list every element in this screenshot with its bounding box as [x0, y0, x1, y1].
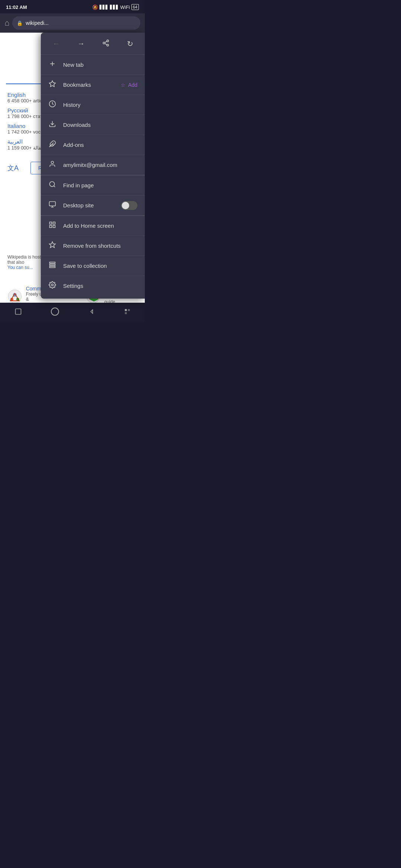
- add-star-icon: ☆: [121, 82, 125, 88]
- signal-icon-2: ▋▋▋: [110, 5, 119, 10]
- nav-circle-icon: [50, 307, 59, 316]
- svg-point-15: [107, 40, 108, 42]
- nav-back-icon: [88, 308, 95, 315]
- svg-point-16: [103, 42, 105, 44]
- settings-label: Settings: [63, 283, 137, 289]
- account-label: amylimitx@gmail.com: [63, 162, 137, 168]
- account-icon: [48, 160, 56, 170]
- svg-point-17: [107, 44, 108, 46]
- bookmarks-label: Bookmarks: [63, 82, 114, 88]
- address-bar[interactable]: wikipedi...: [12, 16, 140, 30]
- svg-point-27: [51, 161, 54, 164]
- commons-logo: [7, 289, 22, 304]
- plus-icon: [48, 60, 56, 69]
- lock-icon: [17, 20, 23, 26]
- svg-point-9: [10, 298, 13, 301]
- menu-item-desktop[interactable]: Desktop site: [41, 195, 145, 216]
- share-icon: [102, 39, 110, 47]
- dropdown-menu: ← → ↻ New tab Bookmarks: [41, 33, 145, 299]
- reload-icon: ↻: [127, 40, 133, 48]
- menu-item-collection[interactable]: Save to collection: [41, 256, 145, 276]
- mute-icon: 🔕: [92, 4, 98, 10]
- svg-line-29: [54, 186, 55, 187]
- nav-bar: [0, 303, 145, 322]
- menu-item-settings[interactable]: Settings: [41, 276, 145, 296]
- reload-button[interactable]: ↻: [124, 38, 136, 50]
- menu-item-addons[interactable]: Add-ons: [41, 135, 145, 155]
- collection-icon: [48, 261, 56, 270]
- status-bar: 11:02 AM 🔕 ▋▋▋ ▋▋▋ WiFi 64: [0, 0, 145, 13]
- clock-icon: [48, 100, 56, 109]
- home-button[interactable]: [4, 18, 9, 28]
- svg-rect-35: [53, 226, 55, 228]
- menu-item-bookmarks[interactable]: Bookmarks ☆ Add: [41, 75, 145, 95]
- svg-marker-44: [91, 310, 92, 313]
- svg-line-19: [105, 41, 107, 42]
- nav-home-button[interactable]: [47, 303, 63, 322]
- svg-rect-33: [50, 222, 52, 224]
- menu-item-find[interactable]: Find in page: [41, 175, 145, 195]
- menu-item-add-home[interactable]: Add to Home screen: [41, 216, 145, 236]
- download-icon: [48, 120, 56, 129]
- translate-icon: 文A: [7, 164, 19, 172]
- svg-rect-36: [50, 226, 52, 228]
- home-icon: [4, 18, 9, 27]
- find-label: Find in page: [63, 182, 137, 188]
- svg-rect-42: [15, 309, 21, 314]
- svg-point-43: [51, 308, 59, 315]
- menu-item-history[interactable]: History: [41, 95, 145, 115]
- svg-point-41: [52, 284, 53, 286]
- desktop-toggle[interactable]: [121, 201, 137, 210]
- history-label: History: [63, 102, 137, 108]
- svg-rect-30: [49, 202, 56, 206]
- wifi-icon: WiFi: [120, 4, 130, 10]
- settings-icon: [48, 281, 56, 290]
- shortcut-icon: [48, 241, 56, 250]
- share-button[interactable]: [99, 38, 113, 50]
- back-arrow-icon: ←: [52, 39, 60, 47]
- svg-rect-47: [125, 312, 127, 314]
- menu-toolbar: ← → ↻: [41, 33, 145, 55]
- shortcuts-label: Remove from shortcuts: [63, 243, 137, 249]
- svg-marker-22: [49, 81, 56, 87]
- menu-item-new-tab[interactable]: New tab: [41, 55, 145, 75]
- bookmarks-add-button[interactable]: ☆ Add: [121, 82, 137, 88]
- svg-line-18: [105, 43, 107, 45]
- add-home-label: Add to Home screen: [63, 223, 137, 229]
- signal-icon-1: ▋▋▋: [100, 5, 108, 10]
- forward-arrow-icon: →: [77, 39, 85, 47]
- menu-item-account[interactable]: amylimitx@gmail.com: [41, 155, 145, 175]
- nav-square-icon: [14, 308, 22, 315]
- star-icon: [48, 80, 56, 89]
- add-label: Add: [128, 82, 137, 88]
- svg-rect-40: [50, 266, 55, 267]
- status-icons: 🔕 ▋▋▋ ▋▋▋ WiFi 64: [92, 4, 139, 10]
- status-time: 11:02 AM: [6, 4, 27, 10]
- svg-point-28: [50, 182, 55, 187]
- downloads-label: Downloads: [63, 122, 137, 128]
- svg-rect-34: [53, 222, 55, 224]
- desktop-label: Desktop site: [63, 202, 114, 208]
- nav-back-button[interactable]: [84, 304, 99, 321]
- addon-icon: [48, 140, 56, 149]
- footer-link[interactable]: You can su...: [7, 265, 33, 270]
- menu-item-downloads[interactable]: Downloads: [41, 115, 145, 135]
- addons-label: Add-ons: [63, 142, 137, 148]
- add-home-icon: [48, 221, 56, 230]
- nav-recent-icon: [124, 308, 131, 315]
- forward-button[interactable]: →: [74, 38, 88, 50]
- footer-line2: that also: [7, 260, 24, 265]
- nav-square-button[interactable]: [11, 304, 26, 321]
- svg-point-10: [16, 298, 19, 301]
- browser-chrome: wikipedi...: [0, 13, 145, 33]
- url-text: wikipedi...: [26, 20, 48, 26]
- new-tab-label: New tab: [63, 62, 137, 68]
- svg-rect-39: [50, 264, 55, 265]
- menu-item-shortcuts[interactable]: Remove from shortcuts: [41, 236, 145, 256]
- nav-recent-button[interactable]: [120, 305, 134, 320]
- back-button[interactable]: ←: [49, 38, 63, 50]
- battery-icon: 64: [131, 4, 139, 10]
- desktop-icon: [48, 201, 56, 210]
- svg-rect-46: [128, 309, 130, 311]
- svg-marker-37: [49, 242, 56, 248]
